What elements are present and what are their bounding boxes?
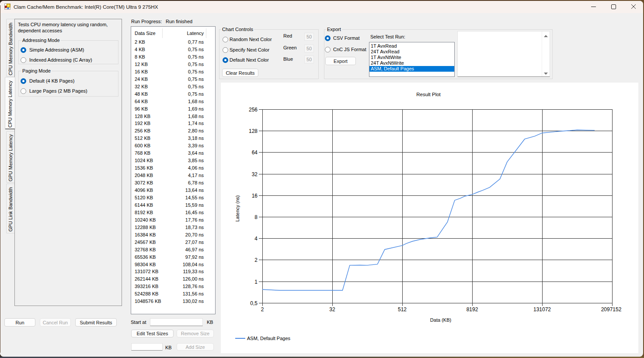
svg-text:32: 32 [252, 171, 258, 177]
svg-text:16: 16 [252, 192, 258, 198]
svg-text:32: 32 [329, 306, 335, 313]
svg-text:2: 2 [261, 306, 264, 313]
svg-text:512: 512 [398, 306, 407, 313]
svg-text:2097152: 2097152 [601, 306, 622, 313]
svg-text:128: 128 [249, 128, 258, 134]
svg-text:131072: 131072 [533, 306, 551, 313]
svg-text:2: 2 [254, 257, 258, 263]
svg-text:Result Plot: Result Plot [416, 92, 441, 97]
svg-text:256: 256 [249, 106, 258, 112]
svg-text:0,5: 0,5 [250, 300, 258, 306]
svg-text:1: 1 [254, 278, 258, 285]
svg-text:ASM, Default Pages: ASM, Default Pages [247, 336, 291, 341]
svg-text:4: 4 [254, 235, 258, 241]
svg-text:Data (KB): Data (KB) [430, 317, 451, 323]
svg-text:8: 8 [254, 214, 258, 220]
svg-text:Latency (ns): Latency (ns) [235, 195, 240, 222]
svg-text:64: 64 [252, 149, 258, 155]
svg-text:8192: 8192 [466, 306, 478, 313]
